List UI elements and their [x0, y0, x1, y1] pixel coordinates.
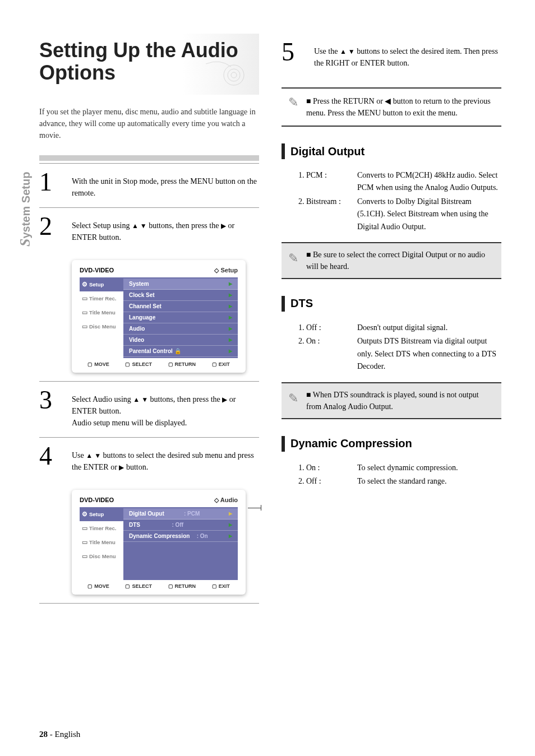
section-title: DTS [290, 297, 313, 310]
title-icon: ▭ [82, 539, 87, 546]
step-text: Use ▲ ▼ buttons to select the desired su… [72, 446, 259, 473]
step-number: 5 [282, 42, 304, 63]
dyn-on-desc: To select dynamic compression. [357, 462, 501, 474]
sidebar-item-disc: ▭Disc Menu [80, 549, 123, 563]
note-text: ■ When DTS soundtrack is played, sound i… [306, 389, 495, 412]
page-footer: 28 - English [39, 730, 80, 739]
ss-sidebar: ⚙Setup ▭Timer Rec. ▭Title Menu ▭Disc Men… [80, 507, 123, 580]
footer-lang: English [55, 730, 81, 739]
section-dts: DTS [282, 296, 501, 312]
note-text: Press the RETURN or ◀ button to return t… [306, 95, 496, 119]
side-tab-label: System Setup [17, 172, 34, 247]
chevron-right-icon: ▶ [229, 349, 232, 354]
side-tab-s: S [17, 239, 33, 247]
chevron-right-icon: ▶ [229, 337, 232, 342]
section-dynamic: Dynamic Compression [282, 436, 501, 452]
callout-tick [261, 505, 261, 511]
ss-footer: ▢ MOVE ▢ SELECT ▢ RETURN ▢ EXIT [80, 580, 238, 589]
chevron-right-icon: ▶ [229, 522, 232, 527]
menu-row-parental: Parental Control 🔒▶ [123, 346, 238, 357]
dts-on-desc: Outputs DTS Bitstream via digital output… [357, 335, 501, 373]
note-icon: ✎ [288, 249, 298, 272]
bitstream-desc: Converts to Dolby Digital Bitstream (5.1… [357, 196, 501, 233]
menu-row-dynamic: Dynamic Compression: On▶ [123, 531, 238, 542]
menu-row-language: Language▶ [123, 312, 238, 323]
menu-row-video: Video▶ [123, 335, 238, 346]
menu-row-channel: Channel Set▶ [123, 301, 238, 312]
ss-header-left: DVD-VIDEO [80, 497, 114, 504]
step-number: 3 [39, 390, 62, 411]
footer-return: ▢ RETURN [168, 361, 196, 367]
left-column: Setting Up the Audio Options If you set … [39, 34, 259, 604]
note-digital: ✎ ■ Be sure to select the correct Digita… [282, 242, 501, 279]
step-text: Use the ▲ ▼ buttons to select the desire… [314, 42, 501, 69]
footer-select: ▢ SELECT [125, 361, 152, 367]
step-number: 2 [39, 216, 62, 237]
footer-select: ▢ SELECT [125, 583, 152, 589]
ss-footer: ▢ MOVE ▢ SELECT ▢ RETURN ▢ EXIT [80, 358, 238, 367]
note-icon: ✎ [288, 95, 298, 119]
svg-point-2 [231, 72, 237, 78]
disc-icon: ▭ [82, 323, 87, 330]
audio-menu-screenshot: DVD-VIDEO ◇ SetupAudio ⚙Setup ▭Timer Rec… [72, 490, 246, 595]
sidebar-item-timer: ▭Timer Rec. [80, 521, 123, 535]
menu-row-digital: Digital Ouput: PCM▶ [123, 508, 238, 520]
note-dts: ✎ ■ When DTS soundtrack is played, sound… [282, 382, 501, 419]
footer-sep: - [48, 730, 55, 739]
section-digital-output: Digital Output [282, 143, 501, 159]
step-1: 1 With the unit in Stop mode, press the … [39, 164, 259, 207]
dts-off-desc: Doesn't output digital signal. [357, 322, 501, 334]
ss-header-right: ◇ SetupAudio [214, 497, 238, 504]
swirl-decoration [203, 55, 248, 89]
right-column: 5 Use the ▲ ▼ buttons to select the desi… [282, 34, 501, 604]
dynamic-list: 1. On :To select dynamic compression. 2.… [282, 462, 501, 488]
bitstream-label: 2. Bitstream : [298, 196, 357, 233]
timer-icon: ▭ [82, 295, 87, 302]
chevron-right-icon: ▶ [229, 281, 232, 286]
chevron-right-icon: ▶ [229, 534, 232, 539]
step-number: 1 [39, 172, 62, 193]
timer-icon: ▭ [82, 525, 87, 532]
chevron-right-icon: ▶ [229, 511, 232, 516]
setup-menu-screenshot: DVD-VIDEO ◇ Setup ⚙Setup ▭Timer Rec. ▭Ti… [72, 260, 246, 373]
ss-main-list: Digital Ouput: PCM▶ DTS: Off▶ Dynamic Co… [123, 507, 238, 580]
pcm-label: 1. PCM : [298, 169, 357, 194]
chevron-right-icon: ▶ [229, 293, 232, 298]
sidebar-item-title: ▭Title Menu [80, 305, 123, 319]
step-3: 3 Select Audio using ▲ ▼ buttons, then p… [39, 382, 259, 437]
step-text: With the unit in Stop mode, press the ME… [72, 172, 259, 199]
footer-move: ▢ MOVE [87, 361, 109, 367]
sidebar-item-title: ▭Title Menu [80, 535, 123, 549]
ss-sidebar: ⚙Setup ▭Timer Rec. ▭Title Menu ▭Disc Men… [80, 277, 123, 358]
section-title: Dynamic Compression [290, 437, 412, 450]
sidebar-item-setup: ⚙Setup [80, 277, 123, 291]
lock-icon: 🔒 [174, 348, 181, 354]
menu-row-dts: DTS: Off▶ [123, 520, 238, 531]
menu-row-system: System▶ [123, 279, 238, 290]
dyn-off-desc: To select the standard range. [357, 475, 501, 488]
chevron-right-icon: ▶ [229, 326, 232, 331]
page-content: Setting Up the Audio Options If you set … [0, 0, 535, 620]
title-wrap: Setting Up the Audio Options [39, 34, 259, 95]
dts-list: 1. Off :Doesn't output digital signal. 2… [282, 322, 501, 373]
callout-line [248, 508, 261, 508]
sidebar-item-timer: ▭Timer Rec. [80, 291, 123, 305]
step-5: 5 Use the ▲ ▼ buttons to select the desi… [282, 34, 501, 77]
side-tab-rest: ystem Setup [20, 172, 32, 239]
sidebar-item-disc: ▭Disc Menu [80, 319, 123, 333]
dts-on-label: 2. On : [298, 335, 357, 373]
ss-header-left: DVD-VIDEO [80, 267, 114, 274]
step-text: Select Setup using ▲ ▼ buttons, then pre… [72, 216, 259, 243]
ss-main-list: System▶ Clock Set▶ Channel Set▶ Language… [123, 277, 238, 358]
page-number: 28 [39, 730, 48, 739]
dts-off-label: 1. Off : [298, 322, 357, 334]
disc-icon: ▭ [82, 553, 87, 560]
section-bar [282, 436, 285, 452]
step-4: 4 Use ▲ ▼ buttons to select the desired … [39, 438, 259, 481]
menu-row-clock: Clock Set▶ [123, 290, 238, 301]
footer-return: ▢ RETURN [168, 583, 196, 589]
dyn-on-label: 1. On : [298, 462, 357, 474]
note-return: ✎ Press the RETURN or ◀ button to return… [282, 87, 501, 127]
ss-header-right: ◇ Setup [214, 267, 238, 274]
section-title: Digital Output [290, 145, 365, 158]
